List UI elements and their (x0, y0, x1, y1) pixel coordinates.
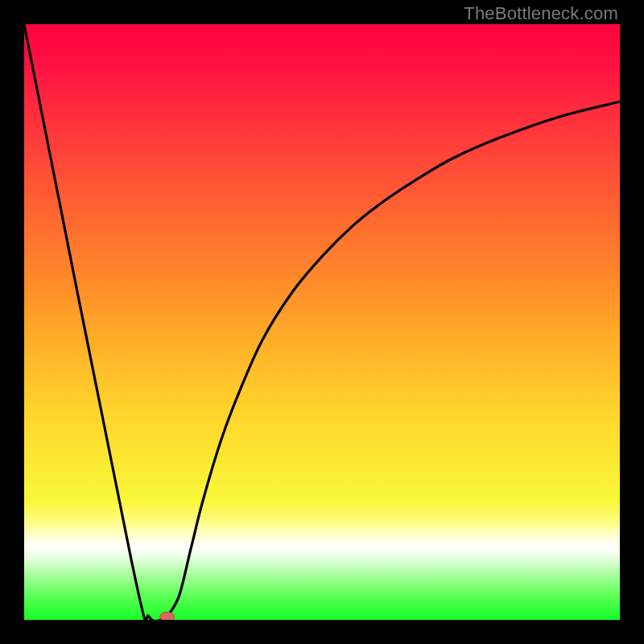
bottleneck-curve (24, 24, 620, 620)
watermark-text: TheBottleneck.com (464, 3, 618, 24)
chart-frame: TheBottleneck.com (0, 0, 644, 644)
curve-left-segment (24, 24, 167, 620)
minimum-marker (160, 612, 175, 620)
plot-area (24, 24, 620, 620)
curve-right-segment (167, 101, 620, 617)
